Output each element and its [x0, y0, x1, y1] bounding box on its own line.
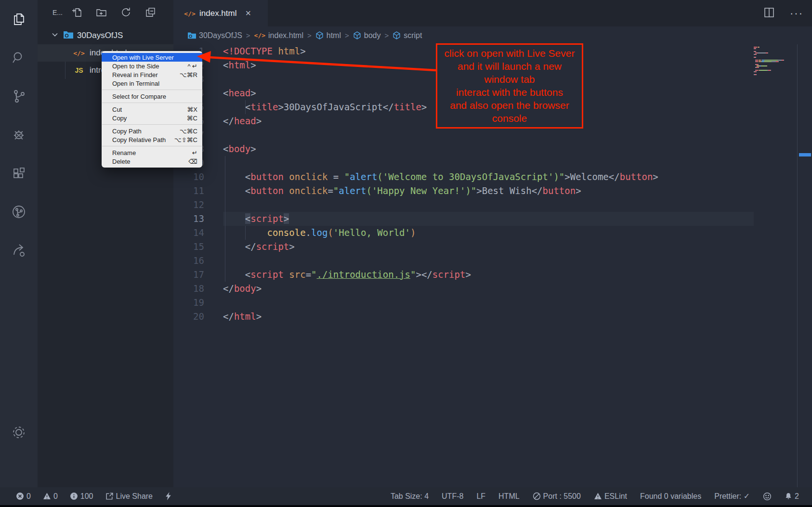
code-line-18[interactable]: 18</body>: [173, 282, 754, 296]
breadcrumb: 30DaysOfJS > </> index.html > html > bod…: [173, 26, 812, 44]
menu-item-delete[interactable]: Delete⌫: [102, 157, 202, 166]
code-line-9[interactable]: 9: [173, 156, 754, 170]
explorer-icon[interactable]: [0, 0, 38, 39]
breadcrumb-item-html[interactable]: html: [315, 31, 341, 40]
indent-guide: [245, 100, 246, 114]
line-number: 18: [173, 282, 204, 296]
breadcrumb-separator: >: [345, 31, 349, 39]
menu-item-copy[interactable]: Copy⌘C: [102, 114, 202, 122]
close-tab-icon[interactable]: ×: [245, 8, 251, 19]
menu-item-open-in-terminal[interactable]: Open in Terminal: [102, 79, 202, 88]
lightning-button[interactable]: [160, 492, 176, 500]
tab-size-status[interactable]: Tab Size: 4: [386, 492, 433, 501]
vscode-window: E... 30DaysOfJS </> index.html JS introd…: [0, 0, 812, 507]
info-icon: [70, 492, 78, 500]
code-line-7[interactable]: 7: [173, 128, 754, 142]
new-file-icon[interactable]: [71, 7, 82, 20]
info-status[interactable]: 100: [65, 492, 98, 501]
error-icon: [16, 492, 24, 500]
encoding-status[interactable]: UTF-8: [437, 492, 468, 501]
line-number: 15: [173, 240, 204, 254]
breadcrumb-item-script[interactable]: script: [393, 31, 422, 40]
live-server-port-status[interactable]: Port : 5500: [528, 492, 585, 501]
root-folder-label: 30DaysOfJS: [77, 31, 123, 40]
tab-bar: </> index.html × ···: [173, 0, 812, 26]
feedback-smiley-button[interactable]: [759, 492, 776, 501]
code-line-10[interactable]: 10 <button onclick = "alert('Welcome to …: [173, 170, 754, 184]
folder-icon: [188, 31, 196, 39]
code-line-11[interactable]: 11 <button onclick="alert('Happy New Yea…: [173, 184, 754, 198]
explorer-title: E...: [52, 9, 63, 16]
line-number: 16: [173, 254, 204, 268]
tab-index-html[interactable]: </> index.html ×: [173, 0, 268, 26]
eslint-status[interactable]: ESLint: [589, 492, 631, 501]
found-variables-status[interactable]: Found 0 variables: [636, 492, 706, 501]
menu-item-reveal-in-finder[interactable]: Reveal in Finder⌥⌘R: [102, 70, 202, 79]
indent-guide: [225, 156, 225, 282]
circle-branch-icon[interactable]: [0, 193, 38, 231]
split-editor-icon[interactable]: [763, 6, 775, 21]
tab-label: index.html: [199, 9, 236, 18]
search-icon[interactable]: [0, 39, 38, 77]
collapse-all-icon[interactable]: [145, 7, 156, 20]
html-file-icon: </>: [72, 49, 86, 57]
minimap[interactable]: [754, 47, 796, 76]
html-file-icon: </>: [254, 32, 265, 39]
status-bar: 0 0 100 Live Share Tab Size: 4 UTF-8 LF …: [0, 487, 812, 505]
code-line-12[interactable]: 12: [173, 198, 754, 212]
menu-item-open-with-live-server[interactable]: Open with Live Server: [102, 53, 202, 62]
run-debug-icon[interactable]: [0, 116, 38, 154]
live-share-icon: [105, 492, 114, 500]
code-line-15[interactable]: 15 </script>: [173, 240, 754, 254]
breadcrumb-item-body[interactable]: body: [353, 31, 381, 40]
settings-gear-icon[interactable]: [0, 413, 38, 452]
menu-separator: [102, 146, 202, 146]
prettier-status[interactable]: Prettier: ✓: [710, 492, 754, 501]
scrollbar[interactable]: [797, 44, 812, 487]
line-number: 17: [173, 268, 204, 282]
menu-item-copy-path[interactable]: Copy Path⌥⌘C: [102, 127, 202, 135]
symbol-cube-icon: [393, 31, 401, 39]
menu-item-cut[interactable]: Cut⌘X: [102, 105, 202, 114]
warnings-status[interactable]: 0: [39, 492, 62, 501]
warning-icon: [594, 492, 602, 500]
code-line-16[interactable]: 16: [173, 254, 754, 268]
language-mode-status[interactable]: HTML: [494, 492, 524, 501]
refresh-icon[interactable]: [120, 7, 131, 20]
code-line-19[interactable]: 19: [173, 296, 754, 310]
code-line-17[interactable]: 17 <script src="./introduction.js"></scr…: [173, 268, 754, 282]
overview-ruler-marker: [799, 153, 811, 156]
breadcrumb-separator: >: [246, 31, 250, 39]
line-number: 14: [173, 226, 204, 240]
errors-status[interactable]: 0: [12, 492, 35, 501]
menu-item-rename[interactable]: Rename↵: [102, 148, 202, 157]
line-number: 13: [173, 212, 204, 226]
warning-icon: [43, 492, 51, 500]
new-folder-icon[interactable]: [96, 7, 107, 20]
line-number: 12: [173, 198, 204, 212]
window-bottom-edge: [0, 505, 812, 507]
source-control-icon[interactable]: [0, 77, 38, 116]
live-share-button[interactable]: Live Share: [101, 492, 157, 501]
menu-item-open-to-the-side[interactable]: Open to the Side^ ↵: [102, 62, 202, 70]
smiley-icon: [763, 492, 772, 501]
menu-item-copy-relative-path[interactable]: Copy Relative Path⌥⇧⌘C: [102, 135, 202, 144]
code-line-8[interactable]: 8<body>: [173, 142, 754, 156]
breadcrumb-item-folder[interactable]: 30DaysOfJS: [188, 31, 242, 40]
code-line-14[interactable]: 14 console.log('Hello, World'): [173, 226, 754, 240]
more-actions-icon[interactable]: ···: [790, 11, 803, 16]
extensions-icon[interactable]: [0, 154, 38, 193]
line-number: 11: [173, 184, 204, 198]
menu-separator: [102, 103, 202, 103]
breadcrumb-item-file[interactable]: </> index.html: [254, 31, 303, 40]
code-line-20[interactable]: 20</html>: [173, 310, 754, 324]
chevron-down-icon: [51, 31, 59, 40]
context-menu: Open with Live Server Open to the Side^ …: [102, 51, 202, 168]
menu-item-select-for-compare[interactable]: Select for Compare: [102, 92, 202, 101]
code-line-13[interactable]: 13 <script>: [173, 212, 754, 226]
eol-status[interactable]: LF: [472, 492, 490, 501]
notifications-bell[interactable]: 2: [780, 492, 803, 501]
folder-row-30daysofjs[interactable]: 30DaysOfJS: [38, 28, 173, 43]
port-slash-icon: [533, 492, 541, 500]
share-arrow-icon[interactable]: [0, 231, 38, 270]
